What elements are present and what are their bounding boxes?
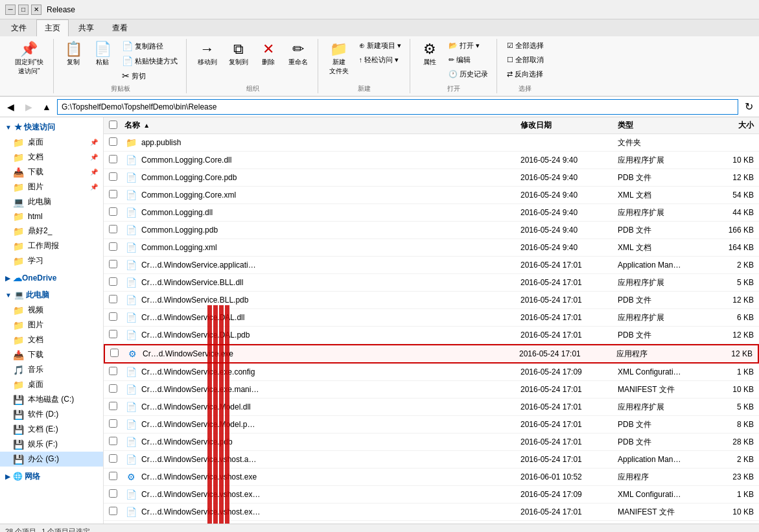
easy-access-button[interactable]: ↑ 轻松访问 ▾ (356, 53, 404, 67)
sidebar-item-e[interactable]: 💾 文档 (E:) (0, 422, 103, 437)
file-row[interactable]: 📄 Cr…d.WindowService.applicati… 2016-05-… (104, 257, 759, 274)
row-checkbox[interactable] (109, 260, 117, 268)
row-checkbox[interactable] (109, 225, 117, 233)
close-icon[interactable]: ✕ (31, 5, 41, 15)
cut-button[interactable]: ✂剪切 (119, 69, 181, 83)
row-checkbox[interactable] (109, 277, 117, 286)
up-button[interactable]: ▲ (39, 99, 54, 115)
sidebar-item-study[interactable]: 📁 学习 (0, 253, 103, 268)
file-row[interactable]: 📄 Common.Logging.dll 2016-05-24 9:40 应用程… (104, 204, 759, 222)
row-checkbox[interactable] (109, 242, 117, 251)
file-row[interactable]: 📄 Cr…d.WindowService.vshost.ex… 2016-05-… (104, 486, 759, 503)
sidebar-item-html[interactable]: 📁 html (0, 209, 103, 224)
open-button[interactable]: 📂 打开 ▾ (445, 39, 491, 52)
row-checkbox[interactable] (109, 137, 117, 146)
row-checkbox[interactable] (109, 489, 117, 498)
row-checkbox[interactable] (109, 312, 117, 321)
properties-button[interactable]: ⚙ 属性 (417, 39, 443, 70)
file-row[interactable]: 📄 Common.Logging.Core.pdb 2016-05-24 9:4… (104, 169, 759, 187)
refresh-button[interactable]: ↻ (741, 99, 756, 115)
sidebar-item-docs[interactable]: 📁 文档 📌 (0, 150, 103, 165)
header-name[interactable]: 名称 ▲ (124, 120, 520, 131)
sidebar-item-f[interactable]: 💾 娱乐 (F:) (0, 437, 103, 452)
paste-shortcut-button[interactable]: 📄粘贴快捷方式 (119, 54, 181, 68)
copy-button[interactable]: 📋 复制 (60, 39, 87, 70)
forward-button[interactable]: ▶ (21, 99, 36, 115)
sidebar-item-dt[interactable]: 📁 桌面 (0, 377, 103, 392)
row-checkbox[interactable] (109, 295, 117, 303)
sidebar-item-pics[interactable]: 📁 图片 (0, 318, 103, 332)
copy-path-button[interactable]: 📄复制路径 (119, 39, 181, 53)
select-all-checkbox[interactable] (109, 121, 117, 129)
file-row[interactable]: ⚙ Cr…d.WindowService.vshost.exe 2016-06-… (104, 468, 759, 486)
select-all-button[interactable]: ☑ 全部选择 (504, 39, 547, 52)
row-checkbox[interactable] (109, 172, 117, 181)
sidebar-item-pictures[interactable]: 📁 图片 📌 (0, 179, 103, 194)
file-row[interactable]: ⚙ Cr…d.WindowService.exe 2016-05-24 17:0… (104, 344, 759, 364)
sidebar-item-videos[interactable]: 📁 视频 (0, 303, 103, 318)
edit-button[interactable]: ✏ 编辑 (445, 53, 491, 67)
sidebar-item-thispc[interactable]: 💻 此电脑 (0, 194, 103, 209)
minimize-icon[interactable]: ─ (5, 5, 16, 15)
file-row[interactable]: 📁 app.publish 文件夹 (104, 134, 759, 152)
file-row[interactable]: 📄 Cr…d.WindowService.DAL.dll 2016-05-24 … (104, 309, 759, 327)
sidebar-item-dl[interactable]: 📥 下载 (0, 347, 103, 362)
row-checkbox[interactable] (110, 349, 119, 357)
sidebar-item-d[interactable]: 💾 软件 (D:) (0, 407, 103, 422)
file-row[interactable]: 📄 Cr…d.WindowService.BLL.dll 2016-05-24 … (104, 274, 759, 292)
row-checkbox[interactable] (109, 330, 117, 338)
file-row[interactable]: 📄 Cr…d.WindowService.Model.p… 2016-05-24… (104, 416, 759, 434)
tab-file[interactable]: 文件 (3, 19, 35, 36)
row-checkbox[interactable] (109, 190, 117, 198)
tab-view[interactable]: 查看 (104, 19, 136, 36)
paste-button[interactable]: 📄 粘贴 (89, 39, 116, 70)
sidebar-quick-access-header[interactable]: ▼ ★ 快速访问 (0, 120, 103, 135)
row-checkbox[interactable] (109, 454, 117, 463)
sidebar-item-downloads[interactable]: 📥 下载 📌 (0, 165, 103, 179)
header-date[interactable]: 修改日期 (520, 120, 618, 131)
new-folder-button[interactable]: 📁 新建文件夹 (325, 39, 353, 79)
sidebar-item-music[interactable]: 🎵 音乐 (0, 362, 103, 377)
sidebar-item-c[interactable]: 💾 本地磁盘 (C:) (0, 392, 103, 407)
file-row[interactable]: 📄 Cr…d.WindowService.exe.mani… 2016-05-2… (104, 381, 759, 399)
file-row[interactable]: 📄 Cr…d.WindowService.BLL.pdb 2016-05-24 … (104, 292, 759, 309)
address-input[interactable] (57, 99, 738, 115)
sidebar-item-report[interactable]: 📁 工作周报 (0, 238, 103, 253)
delete-button[interactable]: ✕ 删除 (255, 39, 281, 70)
sidebar-thispc-header[interactable]: ▼ 💻 此电脑 (0, 288, 103, 303)
sidebar-network-header[interactable]: ▶ 🌐 网络 (0, 469, 103, 484)
select-none-button[interactable]: ☐ 全部取消 (504, 53, 547, 67)
file-row[interactable]: 📄 Common.Logging.pdb 2016-05-24 9:40 PDB… (104, 222, 759, 239)
file-row[interactable]: 📄 Common.Logging.xml 2016-05-24 9:40 XML… (104, 239, 759, 257)
row-checkbox[interactable] (109, 437, 117, 445)
file-row[interactable]: 📄 Common.Logging.Core.xml 2016-05-24 9:4… (104, 187, 759, 204)
file-row[interactable]: 📄 Cr…d.WindowService.vshost.a… 2016-05-2… (104, 451, 759, 468)
maximize-icon[interactable]: □ (18, 5, 29, 15)
sidebar-item-desktop[interactable]: 📁 桌面 📌 (0, 135, 103, 150)
tab-share[interactable]: 共享 (70, 19, 102, 36)
row-checkbox[interactable] (109, 207, 117, 216)
row-checkbox[interactable] (109, 419, 117, 428)
new-item-button[interactable]: ⊕ 新建项目 ▾ (356, 39, 404, 52)
history-button[interactable]: 🕐 历史记录 (445, 67, 491, 81)
sidebar-item-dinghao[interactable]: 📁 鼎好2_ (0, 224, 103, 238)
file-row[interactable]: 📄 Cr…d.WindowService.DAL.pdb 2016-05-24 … (104, 327, 759, 344)
sidebar-item-documents[interactable]: 📁 文档 (0, 332, 103, 347)
file-row[interactable]: 📄 Cr…d.WindowService.pdb 2016-05-24 17:0… (104, 434, 759, 451)
back-button[interactable]: ◀ (3, 99, 18, 115)
header-type[interactable]: 类型 (618, 120, 702, 131)
file-row[interactable]: 📄 Cr…d.WindowService.Model.dll 2016-05-2… (104, 399, 759, 416)
tab-home[interactable]: 主页 (36, 19, 69, 36)
row-checkbox[interactable] (109, 155, 117, 163)
sidebar-onedrive-header[interactable]: ▶ ☁ OneDrive (0, 271, 103, 285)
file-row[interactable]: 📄 DbExec.dll 2016-01-26 15:39 应用程序扩展 30 … (104, 521, 759, 524)
row-checkbox[interactable] (109, 384, 117, 393)
rename-button[interactable]: ✏ 重命名 (284, 39, 312, 70)
invert-select-button[interactable]: ⇄ 反向选择 (504, 67, 547, 81)
row-checkbox[interactable] (109, 507, 117, 515)
move-to-button[interactable]: → 移动到 (193, 39, 222, 70)
header-size[interactable]: 大小 (702, 120, 754, 131)
row-checkbox[interactable] (109, 402, 117, 410)
file-row[interactable]: 📄 Cr…d.WindowService.vshost.ex… 2016-05-… (104, 503, 759, 521)
row-checkbox[interactable] (109, 472, 117, 480)
